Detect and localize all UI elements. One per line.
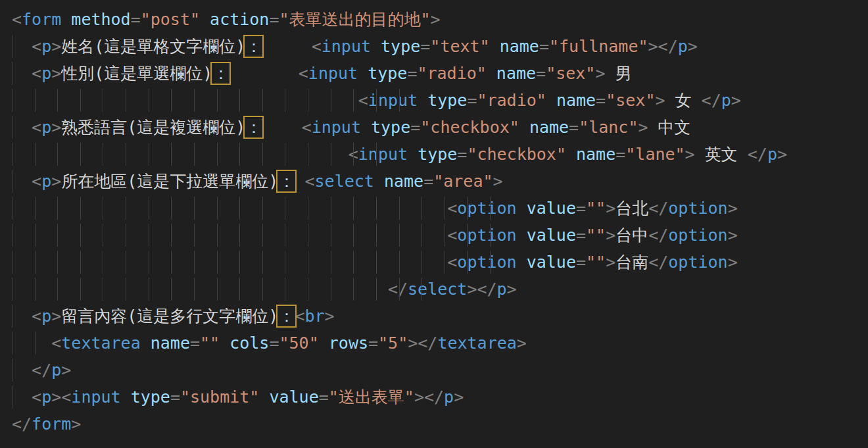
code-token: =: [407, 64, 417, 83]
code-token: value: [527, 199, 576, 218]
code-token: =: [569, 118, 579, 137]
code-token: 台中: [615, 226, 648, 245]
code-token: "": [586, 226, 606, 245]
code-token: "checkbox": [467, 145, 566, 164]
code-token: name: [556, 91, 596, 110]
code-token: <: [61, 387, 71, 407]
code-token: </: [648, 199, 668, 218]
code-token: [200, 10, 210, 29]
code-token: >: [493, 172, 503, 191]
code-token: p: [41, 118, 51, 137]
code-token: >: [51, 307, 61, 326]
code-token: [546, 91, 556, 110]
code-token: [490, 37, 500, 56]
code-line: <p>熟悉語言(這是複選欄位)： <input type="checkbox" …: [12, 114, 868, 141]
code-token: option: [668, 226, 727, 245]
code-token: 中文: [648, 118, 691, 137]
code-token: >: [467, 280, 477, 299]
code-token: select: [408, 280, 467, 299]
code-token: value: [269, 387, 318, 407]
code-token: =: [615, 145, 625, 164]
ambiguous-unicode-highlight: ：: [245, 37, 262, 56]
code-token: </: [388, 280, 408, 299]
code-token: =: [457, 145, 467, 164]
code-token: >: [655, 91, 665, 110]
code-token: [220, 334, 229, 353]
code-line: <input type="radio" name="sex"> 女 </p>: [12, 87, 868, 114]
code-token: type: [427, 91, 467, 110]
code-token: =: [576, 253, 586, 272]
code-token: p: [51, 361, 61, 380]
code-token: [12, 280, 388, 299]
code-token: input: [368, 91, 418, 110]
code-token: "50": [279, 334, 319, 353]
code-token: [141, 334, 151, 353]
code-token: "": [586, 199, 606, 218]
code-token: <: [32, 37, 41, 56]
code-token: input: [322, 37, 371, 56]
code-token: <: [299, 64, 308, 83]
code-token: <: [447, 253, 457, 272]
code-token: 留言內容(這是多行文字欄位): [61, 307, 278, 326]
code-token: cols: [229, 334, 269, 353]
code-token: </: [418, 334, 437, 353]
code-token: [12, 334, 51, 353]
code-editor[interactable]: <form method="post" action="表單送出的目的地"> <…: [0, 0, 868, 448]
code-token: name: [151, 334, 190, 353]
code-token: >: [606, 253, 615, 272]
code-token: <: [447, 199, 457, 218]
code-token: "表單送出的目的地": [279, 10, 430, 29]
code-token: >: [61, 361, 71, 380]
code-token: <: [32, 118, 41, 137]
code-token: >: [517, 334, 527, 353]
code-token: input: [308, 64, 358, 83]
code-token: type: [371, 118, 410, 137]
code-token: "text": [430, 37, 489, 56]
code-token: =: [410, 118, 420, 137]
code-token: [12, 91, 358, 110]
code-token: [519, 118, 529, 137]
code-token: 女: [665, 91, 702, 110]
code-token: input: [358, 145, 408, 164]
code-line: <p>性別(這是單選欄位)： <input type="radio" name=…: [12, 60, 868, 87]
code-token: >: [606, 199, 615, 218]
code-token: "": [200, 334, 220, 353]
code-token: <: [312, 37, 322, 56]
code-token: [12, 361, 32, 380]
code-token: name: [496, 64, 536, 83]
code-token: form: [32, 414, 71, 434]
code-token: >: [414, 387, 424, 407]
code-token: [418, 91, 427, 110]
code-line: <option value="">台北</option>: [12, 195, 868, 222]
code-token: "": [586, 253, 606, 272]
code-token: <: [32, 387, 41, 407]
code-token: >: [638, 118, 648, 137]
code-token: [358, 64, 368, 83]
code-token: [566, 145, 576, 164]
code-token: action: [210, 10, 269, 29]
code-line: <option value="">台南</option>: [12, 249, 868, 276]
code-token: >: [688, 37, 698, 56]
code-token: >: [728, 226, 738, 245]
code-token: >: [51, 172, 61, 191]
code-token: [61, 10, 71, 29]
code-line: <p>姓名(這是單格文字欄位)： <input type="text" name…: [12, 33, 868, 60]
code-token: =: [423, 172, 433, 191]
code-line: <p>留言內容(這是多行文字欄位)：<br>: [12, 303, 868, 330]
code-token: p: [41, 307, 51, 326]
code-token: =: [420, 37, 430, 56]
code-token: >: [777, 145, 787, 164]
code-token: type: [131, 387, 170, 407]
code-token: textarea: [437, 334, 516, 353]
code-token: type: [381, 37, 420, 56]
code-line: <p><input type="submit" value="送出表單"></p…: [12, 384, 868, 411]
code-token: >: [507, 280, 517, 299]
code-token: [12, 172, 32, 191]
code-token: "fullname": [549, 37, 648, 56]
code-token: </: [12, 414, 32, 434]
code-token: =: [190, 334, 200, 353]
code-token: [262, 37, 311, 56]
code-token: p: [41, 387, 51, 407]
code-token: p: [444, 387, 454, 407]
code-token: >: [71, 414, 81, 434]
